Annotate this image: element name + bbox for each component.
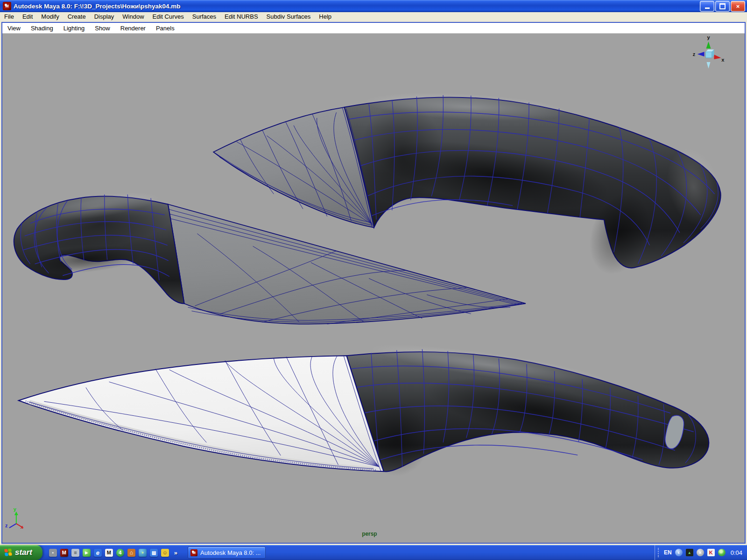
knife-middle-side [14, 186, 526, 324]
menu-create[interactable]: Create [63, 13, 90, 20]
quick-launch-bar: ▪ M ≡ ▶ e M 4 ⌂ ● ▤ ☺ » [42, 549, 183, 557]
menu-edit-curves[interactable]: Edit Curves [148, 13, 188, 20]
language-indicator[interactable]: EN [664, 549, 672, 556]
home-icon[interactable]: ⌂ [127, 549, 135, 557]
viewport[interactable]: y z x y z x persp [2, 34, 745, 543]
menu-subdiv-surfaces[interactable]: Subdiv Surfaces [262, 13, 315, 20]
start-button[interactable]: start [0, 545, 42, 560]
hide-icons-chevron[interactable]: ‹ [675, 549, 683, 556]
tray-grip [658, 548, 661, 557]
kaspersky-icon[interactable]: K [707, 549, 715, 556]
axis-y-label: y [14, 506, 17, 512]
menu-edit-nurbs[interactable]: Edit NURBS [220, 13, 262, 20]
menu-modify[interactable]: Modify [37, 13, 63, 20]
work-area: View Shading Lighting Show Renderer Pane… [0, 21, 747, 545]
panel-menu-panels[interactable]: Panels [151, 25, 180, 32]
menu-surfaces[interactable]: Surfaces [188, 13, 220, 20]
panel-menu-renderer[interactable]: Renderer [115, 25, 151, 32]
compass-y-cone [706, 42, 711, 49]
menu-edit[interactable]: Edit [18, 13, 37, 20]
compass-z-label: z [693, 51, 696, 57]
panel-menu-bar: View Shading Lighting Show Renderer Pane… [2, 23, 745, 34]
device-icon[interactable]: ▪ [49, 549, 57, 557]
compass-x-cone [714, 55, 721, 59]
system-tray: EN ‹ ▲ × K 0:04 [655, 545, 747, 560]
globe-icon[interactable]: ● [139, 549, 147, 557]
camera-label[interactable]: persp [362, 531, 377, 537]
knife-bottom-white-blade [19, 336, 709, 476]
maya-icon: M [3, 2, 11, 10]
compass-y-label: y [707, 35, 711, 40]
close-button[interactable]: × [731, 1, 745, 12]
internet-explorer-icon[interactable]: e [94, 549, 102, 557]
axis-x-label: x [21, 524, 24, 530]
messenger-icon[interactable]: ☺ [161, 549, 169, 557]
menu-display[interactable]: Display [90, 13, 119, 20]
dark-app-tray-icon[interactable]: ▲ [686, 549, 693, 556]
notepad-icon[interactable]: ▤ [150, 549, 158, 557]
minimize-button[interactable] [700, 1, 714, 12]
restore-icon [719, 3, 726, 9]
compass-z-cone [698, 52, 705, 56]
max-icon[interactable]: M [105, 549, 113, 557]
media-player-icon[interactable]: ▶ [83, 549, 91, 557]
quick-launch-overflow-chevron[interactable]: » [172, 549, 179, 556]
window-title: Autodesk Maya 8.0: F:\!3D_Projects\Ножи\… [14, 3, 181, 10]
panel-menu-show[interactable]: Show [90, 25, 115, 32]
volume-muted-icon[interactable]: × [697, 549, 704, 556]
maya-icon: M [190, 549, 197, 556]
minimize-icon [705, 7, 710, 9]
title-bar[interactable]: M Autodesk Maya 8.0: F:\!3D_Projects\Нож… [0, 0, 747, 12]
desktop: M Autodesk Maya 8.0: F:\!3D_Projects\Нож… [0, 0, 747, 560]
windows-logo-icon [4, 548, 13, 557]
maya-quicklaunch-icon[interactable]: M [60, 549, 68, 557]
panel-menu-shading[interactable]: Shading [26, 25, 58, 32]
menu-window[interactable]: Window [118, 13, 148, 20]
viewport-canvas[interactable]: y z x y z x persp [2, 34, 745, 543]
panel-menu-lighting[interactable]: Lighting [58, 25, 90, 32]
main-menu-bar: File Edit Modify Create Display Window E… [0, 12, 747, 21]
view-compass: y z x [693, 35, 725, 69]
cd-disc-icon[interactable] [718, 549, 726, 556]
task-button-label: Autodesk Maya 8.0: ... [200, 549, 261, 556]
restore-button[interactable] [715, 1, 730, 12]
player-4-icon[interactable]: 4 [116, 549, 124, 557]
menu-file[interactable]: File [0, 13, 18, 20]
compass-down-cone [707, 62, 711, 69]
panel-menu-view[interactable]: View [2, 25, 26, 32]
taskbar-task-maya[interactable]: M Autodesk Maya 8.0: ... [188, 546, 266, 559]
tray-clock[interactable]: 0:04 [731, 549, 742, 556]
perspective-panel: View Shading Lighting Show Renderer Pane… [1, 22, 746, 544]
taskbar: start ▪ M ≡ ▶ e M 4 ⌂ ● ▤ ☺ » M Autodesk… [0, 545, 747, 560]
compass-x-label: x [721, 57, 725, 63]
start-label: start [15, 548, 32, 557]
axis-z-label: z [5, 523, 8, 528]
origin-axis-indicator: y z x [5, 506, 24, 530]
menu-help[interactable]: Help [315, 13, 336, 20]
calculator-icon[interactable]: ≡ [71, 549, 79, 557]
